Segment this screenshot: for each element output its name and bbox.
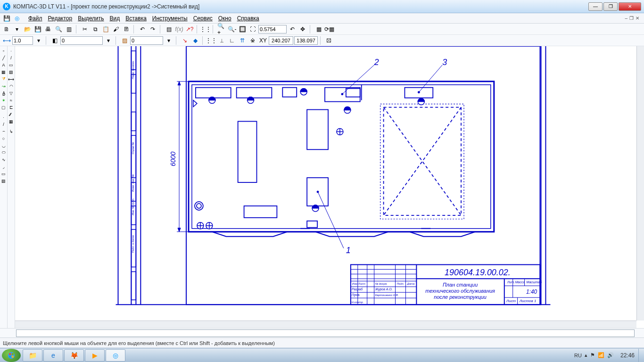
menu-help[interactable]: Справка xyxy=(234,14,262,23)
layer-drop-icon[interactable]: ▾ xyxy=(104,36,113,45)
refresh-icon[interactable]: ▦ xyxy=(314,25,323,34)
table-icon[interactable]: ▦ xyxy=(8,118,15,125)
triangle-icon[interactable]: ▽ xyxy=(8,90,15,97)
task-mediaplayer[interactable]: ▶ xyxy=(85,349,105,362)
menu-view[interactable]: Вид xyxy=(107,14,123,23)
menu-edit[interactable]: Редактор xyxy=(45,14,75,23)
round-b-icon[interactable]: ◠ xyxy=(8,82,15,90)
scroll-vertical[interactable] xyxy=(636,46,644,321)
cut-icon[interactable]: ✂ xyxy=(80,25,90,34)
dim-b-icon[interactable]: ⟷ xyxy=(8,75,15,82)
geom-line-icon[interactable]: ╱ xyxy=(0,54,7,61)
copy-style-icon[interactable]: 🖹 xyxy=(122,25,131,34)
zoom-out-icon[interactable]: 🔍- xyxy=(227,25,237,34)
coord-x-input[interactable] xyxy=(269,36,293,45)
tray-net-icon[interactable]: 📶 xyxy=(598,352,604,358)
geom-path-icon[interactable]: ↝ xyxy=(0,82,7,90)
menu-window[interactable]: Окно xyxy=(215,14,234,23)
tray-flag-icon[interactable]: ⚑ xyxy=(590,352,595,358)
zoom-prev-icon[interactable]: ↶ xyxy=(288,25,297,34)
ortho-icon[interactable]: ∟ xyxy=(227,36,237,45)
menu-insert[interactable]: Вставка xyxy=(123,14,149,23)
scroll-horizontal[interactable] xyxy=(15,321,636,328)
layer-input[interactable] xyxy=(60,36,103,45)
hatch-icon[interactable]: ▨ xyxy=(120,36,129,45)
new-icon[interactable]: 🗎 xyxy=(2,25,11,34)
show-hidden-icon[interactable]: ▴ xyxy=(585,352,587,358)
snap-end-icon[interactable]: ↘ xyxy=(180,36,190,45)
undo-icon[interactable]: ↶ xyxy=(138,25,147,34)
curve-spline-icon[interactable]: ∿ xyxy=(0,156,7,163)
curve-circ-icon[interactable]: ○ xyxy=(0,135,7,142)
mdi-min[interactable]: – xyxy=(625,16,627,21)
thickness-drop-icon[interactable]: ▾ xyxy=(34,36,43,45)
hatch-b-icon[interactable]: ▨ xyxy=(8,68,15,75)
close-button[interactable]: ✕ xyxy=(619,2,641,11)
geom-label-icon[interactable]: A xyxy=(0,61,7,68)
geom-grid-icon[interactable]: ▦ xyxy=(0,68,7,75)
layers-icon[interactable]: ▤ xyxy=(164,25,173,34)
task-kompas[interactable]: ◎ xyxy=(106,349,125,362)
maximize-button[interactable]: ❐ xyxy=(603,2,618,11)
curve-curve-icon[interactable]: ⌢ xyxy=(0,128,7,135)
redraw-icon[interactable]: ⟳▦ xyxy=(324,25,334,34)
task-explorer[interactable]: 📁 xyxy=(23,349,42,362)
props-icon[interactable]: ▥ xyxy=(64,25,74,34)
app-kompas-icon[interactable]: ◎ xyxy=(12,14,22,23)
minimize-button[interactable]: — xyxy=(588,2,603,11)
tray-vol-icon[interactable]: 🔊 xyxy=(607,352,614,358)
line-b-icon[interactable]: / xyxy=(8,54,15,61)
show-desktop-button[interactable] xyxy=(638,349,642,362)
copy-icon[interactable]: ⧉ xyxy=(91,25,100,34)
zoom-in-icon[interactable]: 🔍+ xyxy=(217,25,226,34)
style-input[interactable] xyxy=(130,36,163,45)
zoom-window-icon[interactable]: 🔲 xyxy=(238,25,247,34)
print-icon[interactable]: 🖶 xyxy=(43,25,53,34)
rect-b-icon[interactable]: ▭ xyxy=(8,61,15,68)
system-tray[interactable]: RU ▴ ⚑ 📶 🔊 xyxy=(571,352,617,358)
paste-icon[interactable]: 📋 xyxy=(101,25,110,34)
copy-props-icon[interactable]: 🖌 xyxy=(111,25,121,34)
geom-text-icon[interactable]: A̲ xyxy=(0,90,7,97)
mdi-close[interactable]: ✕ xyxy=(636,16,639,21)
menu-service[interactable]: Сервис xyxy=(190,14,215,23)
geom-macro-icon[interactable]: ✶ xyxy=(0,97,7,104)
save-icon[interactable]: 💾 xyxy=(2,14,11,23)
curve-rect2-icon[interactable]: ▭ xyxy=(0,170,7,177)
task-ie[interactable]: e xyxy=(43,349,63,362)
curve-ell-icon[interactable]: ⬭ xyxy=(0,149,7,156)
task-firefox[interactable]: 🦊 xyxy=(64,349,84,362)
arrow-out-icon[interactable]: ↳ xyxy=(8,128,15,135)
coords-icon[interactable]: XY xyxy=(258,36,268,45)
geom-rect-icon[interactable]: ▢ xyxy=(0,104,7,111)
pan-icon[interactable]: ✥ xyxy=(298,25,307,34)
parallel-icon[interactable]: ⇈ xyxy=(238,36,247,45)
snap-mid-icon[interactable]: ◆ xyxy=(190,36,200,45)
drawing-canvas[interactable]: 6000 xyxy=(15,46,644,328)
curve-hatch2-icon[interactable]: ▨ xyxy=(0,177,7,184)
menu-file[interactable]: Файл xyxy=(25,14,45,23)
menu-tools[interactable]: Инструменты xyxy=(149,14,190,23)
break-line-icon[interactable]: ≈ xyxy=(8,97,15,104)
curve-pt-icon[interactable]: · xyxy=(0,114,7,121)
save-icon[interactable]: 💾 xyxy=(33,25,42,34)
geom-hatch-icon[interactable]: ⧩ xyxy=(0,75,7,82)
curve-arc-icon[interactable]: ◡ xyxy=(0,142,7,149)
geom-dot-icon[interactable]: ▫ xyxy=(0,47,7,54)
mdi-max[interactable]: ❐ xyxy=(629,16,634,21)
grid-icon[interactable]: ⋮⋮ xyxy=(201,25,210,34)
curve-seg-icon[interactable]: / xyxy=(0,121,7,128)
tray-lang[interactable]: RU xyxy=(574,353,582,358)
layer-icon[interactable]: ◧ xyxy=(50,36,59,45)
fx-icon[interactable]: f(x) xyxy=(174,25,184,34)
curve-fillet-icon[interactable]: ◞ xyxy=(0,163,7,170)
start-button[interactable] xyxy=(2,349,21,362)
snap-cross-icon[interactable]: ※ xyxy=(248,36,257,45)
zoom-value-input[interactable] xyxy=(258,25,287,33)
double-hatch-icon[interactable]: ⃫⃫ xyxy=(8,111,15,118)
new-drop-icon[interactable]: ▾ xyxy=(12,25,22,34)
preview-icon[interactable]: 🔍 xyxy=(54,25,63,34)
redo-icon[interactable]: ↷ xyxy=(148,25,157,34)
open-icon[interactable]: 📂 xyxy=(23,25,32,34)
thickness-input[interactable] xyxy=(12,36,33,45)
